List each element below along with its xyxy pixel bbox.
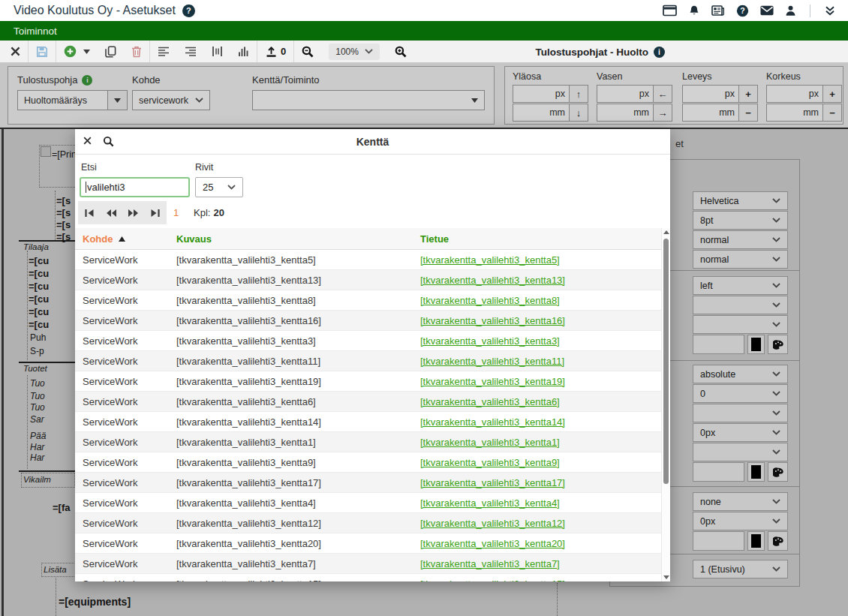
tietue-link[interactable]: [tkvarakentta_valilehti3_kentta6] [420,396,560,407]
upload-icon[interactable]: 0 [257,41,293,62]
current-page[interactable]: 1 [173,201,179,224]
modal-header: Kenttä [75,129,670,155]
column-kohde[interactable]: Kohde [83,228,125,250]
tietue-link[interactable]: [tkvarakentta_valilehti3_kentta16] [420,315,565,326]
bell-icon[interactable] [688,5,700,17]
table-row[interactable]: ServiceWork[tkvarakentta_valilehti3_kent… [75,554,661,574]
table-row[interactable]: ServiceWork[tkvarakentta_valilehti3_kent… [75,432,661,452]
cell-tietue: [tkvarakentta_valilehti3_kentta13] [420,270,565,290]
zoom-level-select[interactable]: 100% [321,41,387,62]
tietue-link[interactable]: [tkvarakentta_valilehti3_kentta4] [420,497,560,509]
zoom-out-icon[interactable] [294,41,321,62]
align-left-icon[interactable] [150,41,177,62]
scroll-down-icon[interactable] [662,575,670,579]
tietue-link[interactable]: [tkvarakentta_valilehti3_kentta9] [420,457,560,468]
tietue-link[interactable]: [tkvarakentta_valilehti3_kentta13] [420,275,565,286]
cell-tietue: [tkvarakentta_valilehti3_kentta12] [420,513,565,533]
table-row[interactable]: ServiceWork[tkvarakentta_valilehti3_kent… [75,392,661,412]
column-tietue[interactable]: Tietue [420,228,449,250]
tietue-link[interactable]: [tkvarakentta_valilehti3_kentta1] [420,437,560,448]
help-icon[interactable]: ? [736,5,749,17]
cell-kuvaus: [tkvarakentta_valilehti3_kentta15] [176,574,321,581]
page-title: Tulostuspohjat - Huolto i [536,41,665,63]
search-icon[interactable] [103,136,114,147]
tietue-link[interactable]: [tkvarakentta_valilehti3_kentta15] [420,578,565,581]
search-input[interactable]: valilehti3 [80,177,190,197]
help-badge-icon[interactable]: ? [182,5,195,17]
table-row[interactable]: ServiceWork[tkvarakentta_valilehti3_kent… [75,311,661,331]
zoom-in-icon[interactable] [387,41,414,62]
table-row[interactable]: ServiceWork[tkvarakentta_valilehti3_kent… [75,574,661,581]
table-row[interactable]: ServiceWork[tkvarakentta_valilehti3_kent… [75,290,661,311]
trash-icon[interactable] [124,41,149,62]
save-icon[interactable] [29,41,56,62]
column-kuvaus[interactable]: Kuvaus [176,228,212,250]
cell-kuvaus: [tkvarakentta_valilehti3_kentta17] [176,473,321,493]
close-icon[interactable] [83,137,92,145]
scrollbar-thumb[interactable] [663,239,669,484]
app-title-text: Video Koulutus Oy - Asetukset [14,4,176,17]
cell-kohde: ServiceWork [83,473,137,493]
first-page-button[interactable] [80,204,98,222]
search-label: Etsi [81,162,97,173]
collapse-chevrons-icon[interactable] [824,5,836,17]
table-row[interactable]: ServiceWork[tkvarakentta_valilehti3_kent… [75,331,661,351]
table-row[interactable]: ServiceWork[tkvarakentta_valilehti3_kent… [75,493,661,513]
cell-kohde: ServiceWork [83,452,137,473]
cell-kohde: ServiceWork [83,250,137,270]
tietue-link[interactable]: [tkvarakentta_valilehti3_kentta5] [420,254,560,266]
cell-tietue: [tkvarakentta_valilehti3_kentta11] [420,351,564,371]
modal-scrollbar[interactable] [661,228,670,581]
prev-page-button[interactable] [102,204,120,222]
tietue-link[interactable]: [tkvarakentta_valilehti3_kentta14] [420,416,565,428]
cell-kuvaus: [tkvarakentta_valilehti3_kentta5] [176,250,316,270]
toolbar: 0100% Tulostuspohjat - Huolto i [0,41,848,63]
next-page-button[interactable] [125,204,143,222]
sort-asc-icon [119,236,125,242]
tietue-link[interactable]: [tkvarakentta_valilehti3_kentta7] [420,558,560,569]
info-icon[interactable]: i [654,47,665,58]
cell-kuvaus: [tkvarakentta_valilehti3_kentta9] [176,452,316,473]
tietue-link[interactable]: [tkvarakentta_valilehti3_kentta20] [420,538,565,549]
last-page-button[interactable] [146,204,164,222]
table-row[interactable]: ServiceWork[tkvarakentta_valilehti3_kent… [75,351,661,371]
table-row[interactable]: ServiceWork[tkvarakentta_valilehti3_kent… [75,473,661,493]
scroll-up-icon[interactable] [662,230,670,234]
zoom-in-icon [395,46,407,58]
cell-kohde: ServiceWork [83,574,137,581]
zoom-level-value: 100% [335,47,359,57]
content-area: Tulostuspohja i Huoltomääräys Kohde serv… [0,63,848,616]
mail-icon[interactable] [760,5,774,16]
window-icon[interactable] [663,5,677,17]
table-row[interactable]: ServiceWork[tkvarakentta_valilehti3_kent… [75,533,661,554]
histogram-icon[interactable] [230,41,257,62]
tietue-link[interactable]: [tkvarakentta_valilehti3_kentta11] [420,356,564,367]
cell-kuvaus: [tkvarakentta_valilehti3_kentta8] [176,290,316,311]
result-count: Kpl: 20 [194,201,224,224]
user-icon[interactable] [785,5,796,17]
cell-kuvaus: [tkvarakentta_valilehti3_kentta14] [176,412,321,432]
tietue-link[interactable]: [tkvarakentta_valilehti3_kentta3] [420,335,560,347]
table-row[interactable]: ServiceWork[tkvarakentta_valilehti3_kent… [75,250,661,270]
zoom-level-select[interactable]: 100% [329,44,380,60]
menu-toiminnot[interactable]: Toiminnot [14,26,57,37]
tietue-link[interactable]: [tkvarakentta_valilehti3_kentta19] [420,376,565,387]
close-icon[interactable] [3,41,28,62]
rows-per-page-select[interactable]: 25 [195,177,243,197]
news-icon[interactable] [711,5,725,17]
table-row[interactable]: ServiceWork[tkvarakentta_valilehti3_kent… [75,452,661,473]
align-right-icon[interactable] [177,41,204,62]
table-row[interactable]: ServiceWork[tkvarakentta_valilehti3_kent… [75,371,661,392]
add-icon[interactable] [56,41,98,62]
modal-title: Kenttä [75,136,670,148]
table-row[interactable]: ServiceWork[tkvarakentta_valilehti3_kent… [75,270,661,290]
table-row[interactable]: ServiceWork[tkvarakentta_valilehti3_kent… [75,513,661,533]
tietue-link[interactable]: [tkvarakentta_valilehti3_kentta8] [420,295,560,306]
cell-kohde: ServiceWork [83,351,137,371]
tietue-link[interactable]: [tkvarakentta_valilehti3_kentta12] [420,518,565,529]
copy-icon[interactable] [98,41,124,62]
distribute-icon[interactable] [204,41,230,62]
cell-kuvaus: [tkvarakentta_valilehti3_kentta13] [176,270,321,290]
tietue-link[interactable]: [tkvarakentta_valilehti3_kentta17] [420,477,565,488]
table-row[interactable]: ServiceWork[tkvarakentta_valilehti3_kent… [75,412,661,432]
